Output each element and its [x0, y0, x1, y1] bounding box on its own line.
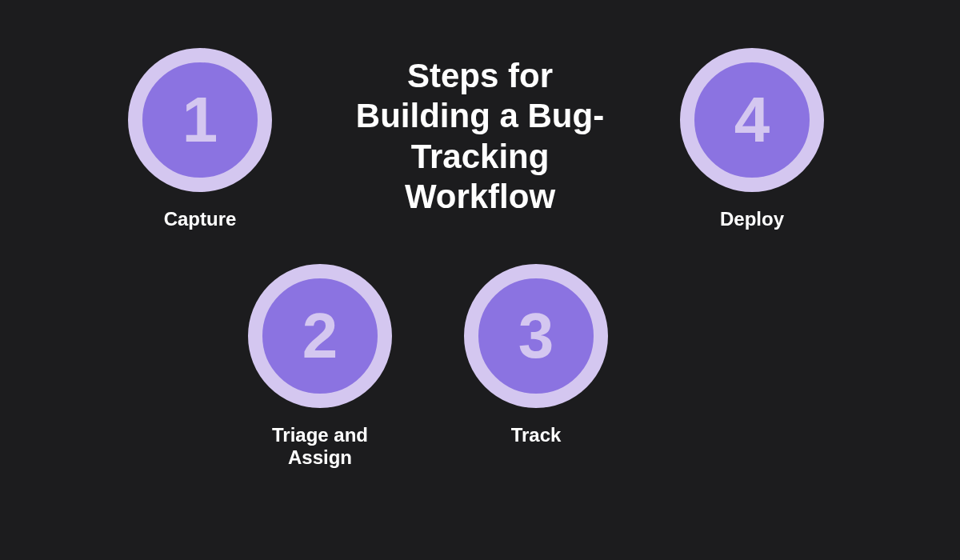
step-label-3: Track [511, 424, 562, 446]
step-circle-3: 3 [464, 264, 608, 408]
step-2: 2 Triage and Assign [240, 264, 400, 469]
step-label-2: Triage and Assign [240, 424, 400, 469]
step-3: 3 Track [464, 264, 608, 446]
step-number-3: 3 [518, 299, 554, 373]
step-number-2: 2 [302, 299, 338, 373]
step-label-4: Deploy [720, 208, 784, 230]
step-circle-4: 4 [680, 48, 824, 192]
step-1: 1 Capture [128, 48, 272, 230]
step-number-4: 4 [734, 83, 770, 157]
step-circle-2: 2 [248, 264, 392, 408]
step-circle-1: 1 [128, 48, 272, 192]
step-label-1: Capture [164, 208, 237, 230]
step-number-1: 1 [182, 83, 218, 157]
diagram-title: Steps for Building a Bug-Tracking Workfl… [344, 56, 616, 218]
step-4: 4 Deploy [680, 48, 824, 230]
